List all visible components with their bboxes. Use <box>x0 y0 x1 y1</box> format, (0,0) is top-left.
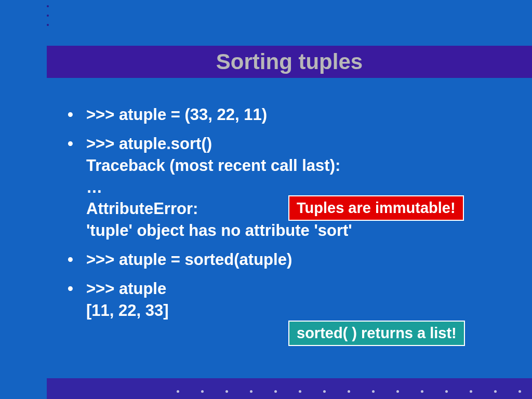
code-line: >>> atuple <box>86 280 166 298</box>
dot-icon <box>323 390 326 393</box>
callout-returns-list: sorted( ) returns a list! <box>288 321 465 346</box>
decorative-dots-top <box>47 5 49 26</box>
bullet-item: >>> atuple [11, 22, 33] <box>68 278 506 322</box>
slide: Sorting tuples >>> atuple = (33, 22, 11)… <box>0 0 532 399</box>
code-line: >>> atuple.sort() <box>86 135 212 153</box>
title-bar: Sorting tuples <box>47 46 532 78</box>
slide-title: Sorting tuples <box>216 49 363 74</box>
code-line: >>> atuple = (33, 22, 11) <box>86 105 267 124</box>
dot-icon <box>47 15 49 17</box>
dot-icon <box>47 24 49 26</box>
dot-icon <box>225 390 228 393</box>
dot-icon <box>299 390 301 393</box>
code-line: … <box>86 178 102 196</box>
dot-icon <box>177 390 179 393</box>
dot-icon <box>445 390 448 393</box>
bullet-item: >>> atuple.sort() Traceback (most recent… <box>68 133 506 242</box>
callout-text: Tuples are immutable! <box>297 200 456 216</box>
dot-icon <box>348 390 350 393</box>
dot-icon <box>372 390 375 393</box>
dot-icon <box>274 390 277 393</box>
code-line: [11, 22, 33] <box>86 301 169 320</box>
dot-icon <box>421 390 423 393</box>
dot-icon <box>201 390 204 393</box>
dot-icon <box>494 390 497 393</box>
dot-icon <box>518 390 521 393</box>
decorative-dots-bottom <box>177 390 521 393</box>
dot-icon <box>47 5 49 7</box>
dot-icon <box>470 390 472 393</box>
callout-immutable: Tuples are immutable! <box>288 195 464 221</box>
bullet-item: >>> atuple = (33, 22, 11) <box>68 104 506 126</box>
code-line: Traceback (most recent call last): <box>86 156 340 175</box>
dot-icon <box>396 390 399 393</box>
code-line: AttributeError: <box>86 200 198 218</box>
code-line: >>> atuple = sorted(atuple) <box>86 250 292 269</box>
bullet-item: >>> atuple = sorted(atuple) <box>68 249 506 271</box>
dot-icon <box>250 390 252 393</box>
callout-text: sorted( ) returns a list! <box>297 325 457 341</box>
code-line: 'tuple' object has no attribute 'sort' <box>86 221 352 240</box>
footer-bar <box>47 378 532 399</box>
